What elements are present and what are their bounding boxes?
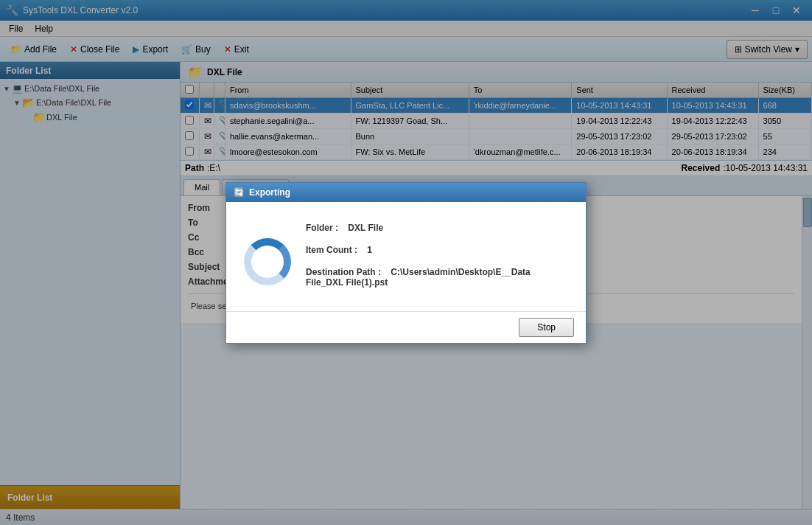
modal-folder-value: DXL File	[348, 223, 383, 233]
loading-spinner	[244, 238, 291, 285]
modal-overlay: 🔄 Exporting Folder : DXL File	[0, 0, 812, 525]
modal-itemcount-row: Item Count : 1	[306, 245, 568, 255]
modal-title: Exporting	[249, 187, 290, 198]
modal-footer: Stop	[226, 311, 586, 343]
export-modal: 🔄 Exporting Folder : DXL File	[225, 182, 587, 344]
modal-destpath-row: Destination Path : C:\Users\admin\Deskto…	[306, 267, 568, 288]
modal-title-icon: 🔄	[234, 187, 245, 198]
modal-itemcount-value: 1	[367, 245, 372, 255]
stop-button[interactable]: Stop	[519, 318, 574, 337]
modal-folder-row: Folder : DXL File	[306, 223, 568, 233]
modal-title-bar: 🔄 Exporting	[226, 183, 586, 202]
